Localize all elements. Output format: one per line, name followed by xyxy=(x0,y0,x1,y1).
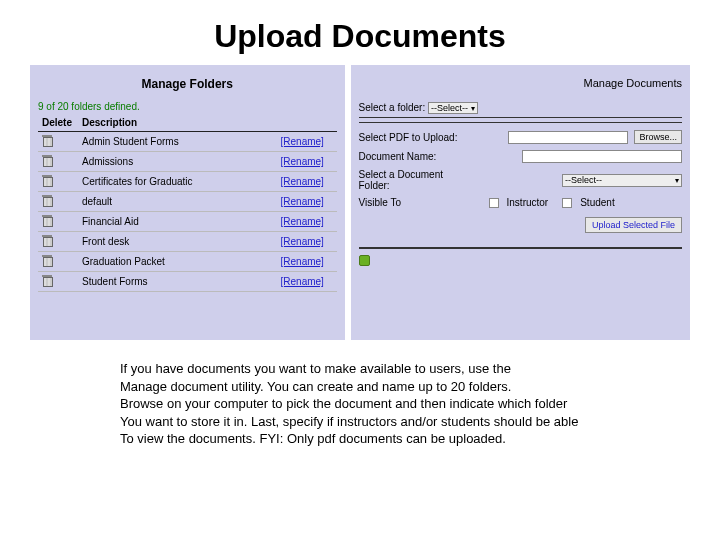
rename-link[interactable]: [Rename] xyxy=(281,276,324,287)
manage-folders-panel: Manage Folders 9 of 20 folders defined. … xyxy=(30,65,345,340)
folder-desc: Graduation Packet xyxy=(78,252,277,272)
table-row: Certificates for Graduatic [Rename] xyxy=(38,172,337,192)
table-row: Front desk [Rename] xyxy=(38,232,337,252)
select-folder-value: --Select-- xyxy=(431,103,468,113)
document-folder-label: Select a Document Folder: xyxy=(359,169,469,191)
rename-link[interactable]: [Rename] xyxy=(281,196,324,207)
select-folder-dropdown[interactable]: --Select-- ▾ xyxy=(428,102,478,114)
select-folder-label: Select a folder: xyxy=(359,102,426,113)
document-folder-dropdown[interactable]: --Select-- ▾ xyxy=(562,174,682,187)
trash-icon[interactable] xyxy=(42,275,52,286)
folder-desc: default xyxy=(78,192,277,212)
manage-documents-panel: Manage Documents Select a folder: --Sele… xyxy=(351,65,690,340)
explainer-line: To view the documents. FYI: Only pdf doc… xyxy=(120,430,640,448)
trash-icon[interactable] xyxy=(42,155,52,166)
select-folder-row: Select a folder: --Select-- ▾ xyxy=(359,99,682,118)
trash-icon[interactable] xyxy=(42,235,52,246)
col-actions xyxy=(277,114,337,132)
folder-desc: Admissions xyxy=(78,152,277,172)
table-row: Admissions [Rename] xyxy=(38,152,337,172)
instructor-checkbox-label: Instructor xyxy=(507,197,549,208)
excel-export-icon[interactable] xyxy=(359,255,370,266)
pdf-upload-row: Select PDF to Upload: Browse... xyxy=(359,127,682,147)
document-folder-value: --Select-- xyxy=(565,175,602,185)
rename-link[interactable]: [Rename] xyxy=(281,136,324,147)
folder-desc: Admin Student Forms xyxy=(78,132,277,152)
document-name-row: Document Name: xyxy=(359,147,682,166)
upload-button-row: Upload Selected File xyxy=(359,211,682,239)
explainer-line: You want to store it in. Last, specify i… xyxy=(120,413,640,431)
rename-link[interactable]: [Rename] xyxy=(281,156,324,167)
chevron-down-icon: ▾ xyxy=(471,104,475,113)
trash-icon[interactable] xyxy=(42,195,52,206)
table-row: Admin Student Forms [Rename] xyxy=(38,132,337,152)
instructor-checkbox[interactable] xyxy=(489,198,499,208)
document-name-label: Document Name: xyxy=(359,151,469,162)
folder-table: Delete Description Admin Student Forms [… xyxy=(38,114,337,292)
document-ops-row xyxy=(359,255,682,268)
table-row: default [Rename] xyxy=(38,192,337,212)
trash-icon[interactable] xyxy=(42,255,52,266)
folder-desc: Financial Aid xyxy=(78,212,277,232)
explainer-line: Manage document utility. You can create … xyxy=(120,378,640,396)
table-row: Graduation Packet [Rename] xyxy=(38,252,337,272)
visible-to-row: Visible To Instructor Student xyxy=(359,194,682,211)
rename-link[interactable]: [Rename] xyxy=(281,256,324,267)
panels: Manage Folders 9 of 20 folders defined. … xyxy=(0,65,720,340)
folder-desc: Front desk xyxy=(78,232,277,252)
col-delete: Delete xyxy=(38,114,78,132)
divider xyxy=(359,122,682,123)
trash-icon[interactable] xyxy=(42,175,52,186)
pdf-upload-label: Select PDF to Upload: xyxy=(359,132,469,143)
rename-link[interactable]: [Rename] xyxy=(281,216,324,227)
rename-link[interactable]: [Rename] xyxy=(281,176,324,187)
divider xyxy=(359,247,682,249)
trash-icon[interactable] xyxy=(42,135,52,146)
explainer-line: If you have documents you want to make a… xyxy=(120,360,640,378)
explainer-line: Browse on your computer to pick the docu… xyxy=(120,395,640,413)
manage-folders-heading: Manage Folders xyxy=(38,77,337,91)
browse-button[interactable]: Browse... xyxy=(634,130,682,144)
explainer-text: If you have documents you want to make a… xyxy=(0,340,720,448)
folder-desc: Certificates for Graduatic xyxy=(78,172,277,192)
rename-link[interactable]: [Rename] xyxy=(281,236,324,247)
student-checkbox-label: Student xyxy=(580,197,614,208)
manage-documents-heading: Manage Documents xyxy=(359,77,682,89)
folder-count-text: 9 of 20 folders defined. xyxy=(38,101,337,112)
folder-desc: Student Forms xyxy=(78,272,277,292)
col-description: Description xyxy=(78,114,277,132)
document-name-input[interactable] xyxy=(522,150,682,163)
table-header-row: Delete Description xyxy=(38,114,337,132)
student-checkbox[interactable] xyxy=(562,198,572,208)
visible-to-label: Visible To xyxy=(359,197,469,208)
trash-icon[interactable] xyxy=(42,215,52,226)
table-row: Financial Aid [Rename] xyxy=(38,212,337,232)
table-row: Student Forms [Rename] xyxy=(38,272,337,292)
chevron-down-icon: ▾ xyxy=(675,176,679,185)
document-folder-row: Select a Document Folder: --Select-- ▾ xyxy=(359,166,682,194)
page-title: Upload Documents xyxy=(0,18,720,55)
upload-selected-file-button[interactable]: Upload Selected File xyxy=(585,217,682,233)
pdf-file-input[interactable] xyxy=(508,131,628,144)
